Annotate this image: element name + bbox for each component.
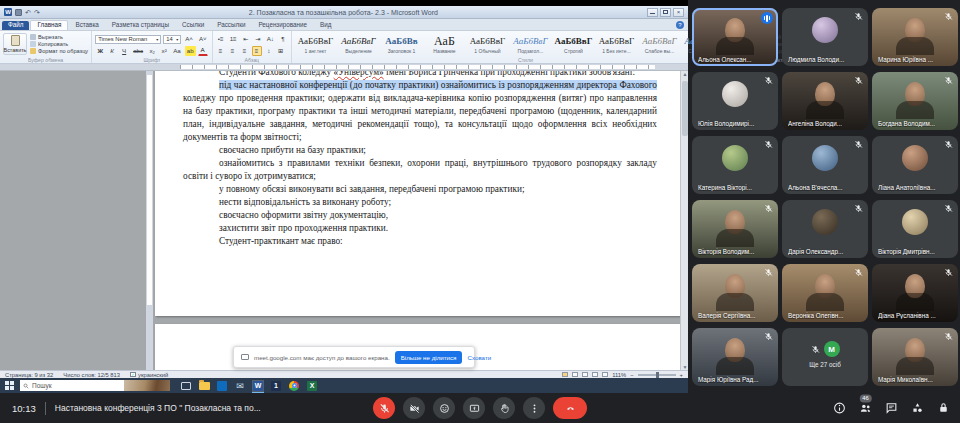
taskbar-app-onenote[interactable]: 1 [270, 380, 282, 392]
mic-off-button[interactable] [373, 397, 395, 419]
people-button[interactable]: 46 [859, 402, 872, 415]
host-controls-button[interactable] [937, 402, 950, 415]
activities-button[interactable] [911, 402, 924, 415]
change-case-button[interactable]: Аа [171, 46, 183, 56]
borders-button[interactable]: ⊞ [276, 46, 286, 56]
participant-tile[interactable]: Марія Юріївна Рад... [692, 328, 778, 386]
justify-button[interactable]: ≡ [252, 46, 262, 56]
format-painter-button[interactable]: Формат по образцу [30, 48, 88, 54]
participant-tile[interactable]: Вероніка Олегівн... [782, 264, 868, 322]
align-center-button[interactable]: ≡ [228, 46, 238, 56]
zoom-in-icon[interactable]: + [680, 372, 683, 378]
view-print-layout[interactable] [562, 372, 568, 377]
zoom-out-icon[interactable]: − [630, 372, 633, 378]
style-item[interactable]: АаБбВвЗаголовок 1 [381, 35, 422, 55]
bullets-button[interactable]: •≡ [216, 34, 226, 44]
bold-button[interactable]: Ж [95, 46, 105, 56]
strikethrough-button[interactable]: abc [131, 46, 145, 56]
style-item[interactable]: АаБбВвГ1 Обычный [467, 35, 508, 55]
start-button[interactable] [2, 379, 16, 392]
taskbar-search[interactable]: Пошук [20, 380, 170, 391]
restore-button[interactable] [660, 8, 671, 17]
participant-tile[interactable]: Юлія Володимирі... [692, 72, 778, 130]
style-item[interactable]: АаБбВвГ1 анг.тект [295, 35, 336, 55]
style-item[interactable]: АаБбВвГПодзагол... [510, 35, 551, 55]
minimize-button[interactable] [647, 8, 658, 17]
view-outline[interactable] [592, 372, 598, 377]
style-item[interactable]: АаБбВвГВыделение [338, 35, 379, 55]
participant-tile[interactable]: Валерія Сергіївна... [692, 264, 778, 322]
info-button[interactable] [833, 402, 846, 415]
copy-button[interactable]: Копировать [30, 41, 88, 47]
camera-off-button[interactable] [403, 397, 425, 419]
scroll-down-icon[interactable]: ▼ [682, 364, 688, 370]
more-options-button[interactable] [523, 397, 545, 419]
tab-рецензирование[interactable]: Рецензирование [252, 21, 313, 30]
participant-tile[interactable]: Ліана Анатоліївна... [872, 136, 958, 194]
reactions-button[interactable] [433, 397, 455, 419]
line-spacing-button[interactable]: ↕ [264, 46, 274, 56]
document-page-1[interactable]: Студенти Фахового коледжу «Універсум» ім… [155, 71, 685, 316]
text-highlight-button[interactable]: ab [185, 46, 196, 56]
align-right-button[interactable]: ≡ [240, 46, 250, 56]
taskbar-app-word[interactable]: W [252, 380, 264, 392]
cut-button[interactable]: Вырезать [30, 34, 88, 40]
taskbar-app-excel[interactable]: X [306, 380, 318, 392]
increase-indent-button[interactable]: ⇥ [253, 34, 263, 44]
scroll-thumb[interactable] [682, 81, 688, 136]
present-screen-button[interactable] [463, 397, 485, 419]
tab-разметка-страницы[interactable]: Разметка страницы [106, 21, 175, 30]
taskbar-app-chrome[interactable] [288, 380, 300, 392]
participant-tile[interactable]: MЩе 27 осіб [782, 328, 868, 386]
decrease-indent-button[interactable]: ⇤ [241, 34, 251, 44]
vertical-scrollbar[interactable]: ▲ ▼ [680, 71, 688, 370]
view-fullscreen[interactable] [572, 372, 578, 377]
tab-файл[interactable]: Файл [2, 21, 29, 30]
italic-button[interactable]: К [107, 46, 117, 56]
style-item[interactable]: АаБбВвГ1 Без инте... [596, 35, 637, 55]
underline-button[interactable]: Ч [119, 46, 129, 56]
style-item[interactable]: АаБбВвГСлабое вы... [639, 35, 680, 55]
language-indicator[interactable]: ✓ украинский [130, 372, 168, 378]
view-draft[interactable] [602, 372, 608, 377]
participant-tile[interactable]: Марина Юріївна ... [872, 8, 958, 66]
participant-tile[interactable]: Дарія Олександр... [782, 200, 868, 258]
tab-главная[interactable]: Главная [30, 20, 68, 30]
taskbar-app-mail[interactable]: ✉ [234, 380, 246, 392]
page-indicator[interactable]: Страница: 9 из 32 [5, 372, 53, 378]
raise-hand-button[interactable] [493, 397, 515, 419]
sort-button[interactable]: А↓ [265, 34, 276, 44]
save-icon[interactable] [15, 9, 22, 16]
participant-tile[interactable]: Вікторія Дмитрівн... [872, 200, 958, 258]
participant-tile[interactable]: Вікторія Володим... [692, 200, 778, 258]
style-item[interactable]: АаБбВвГСтрогий [553, 35, 594, 55]
help-icon[interactable]: ? [676, 21, 684, 29]
taskbar-app-desktop[interactable] [180, 380, 192, 392]
participant-tile[interactable]: Марія Миколаївн... [872, 328, 958, 386]
tab-вид[interactable]: Вид [314, 21, 337, 30]
horizontal-ruler[interactable] [0, 64, 688, 71]
participant-tile[interactable]: Альона В'ячесла... [782, 136, 868, 194]
font-name-select[interactable]: Times New Roman▾ [95, 35, 161, 44]
chat-button[interactable] [885, 402, 898, 415]
numbering-button[interactable]: 1≡ [228, 34, 239, 44]
undo-icon[interactable]: ↶ [25, 9, 31, 16]
close-button[interactable]: × [673, 8, 684, 17]
scroll-up-icon[interactable]: ▲ [682, 71, 688, 77]
participant-tile[interactable]: Альона Олексан... [692, 8, 778, 66]
tab-рассылки[interactable]: Рассылки [211, 21, 251, 30]
superscript-button[interactable]: x² [159, 46, 169, 56]
hide-banner-link[interactable]: Сховати [467, 354, 491, 361]
participant-tile[interactable]: Катерина Вікторі... [692, 136, 778, 194]
participant-tile[interactable]: Богдана Володим... [872, 72, 958, 130]
paste-button[interactable]: Вставить [3, 33, 27, 55]
zoom-level[interactable]: 111% [612, 372, 626, 378]
shrink-font-button[interactable]: A˅ [197, 34, 209, 44]
taskbar-app-explorer[interactable] [198, 380, 210, 392]
end-call-button[interactable] [553, 397, 587, 419]
tab-ссылки[interactable]: Ссылки [176, 21, 210, 30]
align-left-button[interactable]: ≡ [216, 46, 226, 56]
show-marks-button[interactable]: ¶ [278, 34, 288, 44]
zoom-slider[interactable] [638, 374, 676, 376]
word-count[interactable]: Число слов: 12/5 813 [63, 372, 120, 378]
